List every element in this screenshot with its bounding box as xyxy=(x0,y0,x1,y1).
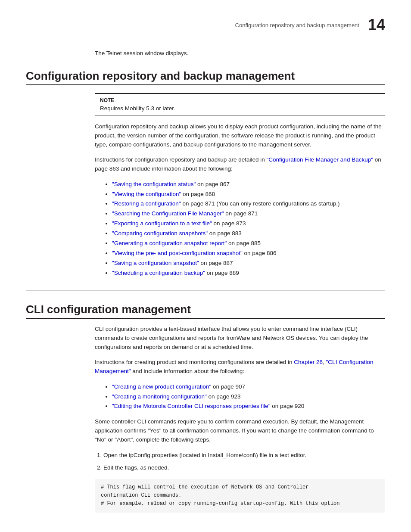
list-item: "Viewing the configuration" on page 868 xyxy=(112,190,385,199)
page-header: Configuration repository and backup mana… xyxy=(26,17,385,37)
code-block: # This flag will control the execution o… xyxy=(95,479,385,513)
bullet-link-10[interactable]: "Scheduling a configuration backup" xyxy=(112,270,205,276)
section-divider xyxy=(26,290,385,291)
list-item: "Creating a monitoring configuration" on… xyxy=(112,392,385,402)
s2-bullet-link-1[interactable]: "Creating a new product configuration" xyxy=(112,383,211,390)
bullet-link-8[interactable]: "Viewing the pre- and post-configuration… xyxy=(112,250,243,256)
list-item: "Creating a new product configuration" o… xyxy=(112,382,385,392)
list-item: "Scheduling a configuration backup" on p… xyxy=(112,268,385,278)
header-chapter-title: Configuration repository and backup mana… xyxy=(235,22,359,28)
config-file-manager-link[interactable]: "Configuration File Manager and Backup" xyxy=(266,156,373,163)
section1-body2: Instructions for configuration repositor… xyxy=(95,156,385,174)
bullet-link-2[interactable]: "Viewing the configuration" xyxy=(112,191,181,197)
step-2: Edit the flags, as needed. xyxy=(103,463,385,473)
section2-body1: CLI configuration provides a text-based … xyxy=(95,325,385,352)
chapter26-link[interactable]: Chapter 26 xyxy=(294,359,323,365)
section1-body1: Configuration repository and backup allo… xyxy=(95,122,385,149)
header-right: Configuration repository and backup mana… xyxy=(235,17,385,33)
bullet-link-1[interactable]: "Saving the configuration status" xyxy=(112,181,196,187)
steps-list: Open the ipConfig.properties (located in… xyxy=(103,451,385,473)
section2-bullet-list: "Creating a new product configuration" o… xyxy=(112,382,385,412)
list-item: "Saving the configuration status" on pag… xyxy=(112,180,385,190)
header-page-number: 14 xyxy=(368,17,385,33)
list-item: "Generating a configuration snapshot rep… xyxy=(112,239,385,249)
page-container: Configuration repository and backup mana… xyxy=(0,0,411,532)
section2-body3: Some controller CLI commands require you… xyxy=(95,417,385,445)
note-box: NOTE Requires Mobility 5.3 or later. xyxy=(95,93,385,115)
bullet-link-6[interactable]: "Comparing configuration snapshots" xyxy=(112,230,208,236)
intro-text: The Telnet session window displays. xyxy=(95,50,385,56)
list-item: "Exporting a configuration to a text fil… xyxy=(112,219,385,229)
bullet-link-3[interactable]: "Restoring a configuration" xyxy=(112,200,181,207)
list-item: "Searching the Configuration File Manage… xyxy=(112,209,385,219)
bullet-link-4[interactable]: "Searching the Configuration File Manage… xyxy=(112,210,224,217)
bullet-link-9[interactable]: "Saving a configuration snapshot" xyxy=(112,260,199,266)
s2-bullet-link-3[interactable]: "Editing the Motorola Controller CLI res… xyxy=(112,403,271,409)
section2-heading: CLI configuration management xyxy=(26,303,385,319)
list-item: "Restoring a configuration" on page 871 … xyxy=(112,199,385,209)
note-label: NOTE xyxy=(100,97,380,103)
section1-heading: Configuration repository and backup mana… xyxy=(26,69,385,85)
s2-bullet-link-2[interactable]: "Creating a monitoring configuration" xyxy=(112,393,207,400)
section2-body2: Instructions for creating product and mo… xyxy=(95,358,385,376)
bullet-link-7[interactable]: "Generating a configuration snapshot rep… xyxy=(112,240,227,246)
list-item: "Viewing the pre- and post-configuration… xyxy=(112,249,385,258)
section1-bullet-list: "Saving the configuration status" on pag… xyxy=(112,180,385,278)
section1-body2-prefix: Instructions for configuration repositor… xyxy=(95,156,266,163)
note-content: Requires Mobility 5.3 or later. xyxy=(100,105,380,112)
list-item: "Comparing configuration snapshots" on p… xyxy=(112,229,385,239)
section2-body2-prefix: Instructions for creating product and mo… xyxy=(95,359,294,365)
section2-body2-suffix: and include information about the follow… xyxy=(131,368,244,374)
step-1: Open the ipConfig.properties (located in… xyxy=(103,451,385,460)
list-item: "Saving a configuration snapshot" on pag… xyxy=(112,258,385,268)
bullet-link-5[interactable]: "Exporting a configuration to a text fil… xyxy=(112,220,212,227)
list-item: "Editing the Motorola Controller CLI res… xyxy=(112,401,385,411)
